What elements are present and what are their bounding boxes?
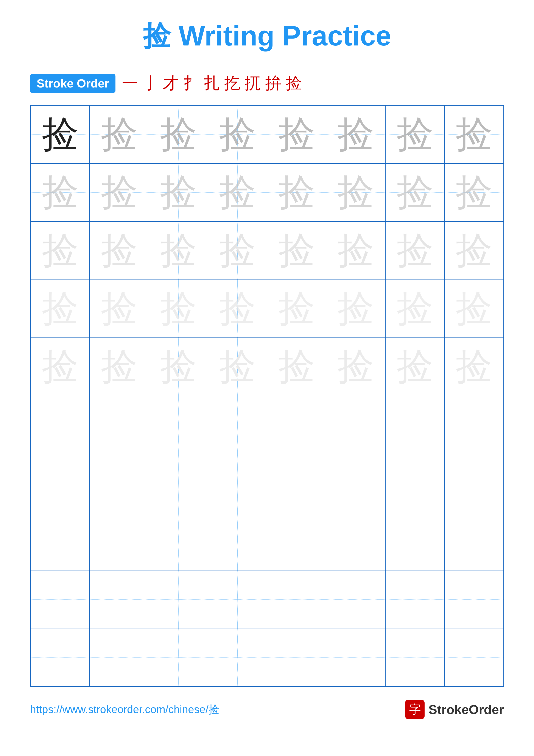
grid-cell[interactable]: 捡: [326, 338, 385, 396]
grid-cell[interactable]: [149, 512, 208, 570]
grid-cell[interactable]: [445, 396, 504, 454]
grid-cell[interactable]: 捡: [326, 105, 385, 164]
grid-cell[interactable]: 捡: [267, 222, 326, 280]
grid-cell[interactable]: 捡: [89, 280, 149, 338]
stroke-6: 扢: [224, 72, 241, 94]
grid-cell[interactable]: [385, 396, 445, 454]
grid-cell[interactable]: [445, 570, 504, 629]
grid-cell[interactable]: [326, 396, 385, 454]
grid-cell[interactable]: 捡: [208, 338, 267, 396]
grid-cell[interactable]: 捡: [89, 164, 149, 222]
grid-cell[interactable]: [385, 512, 445, 570]
practice-char: 捡: [160, 348, 197, 385]
grid-cell[interactable]: 捡: [31, 105, 90, 164]
practice-char: 捡: [337, 116, 374, 153]
grid-cell[interactable]: [385, 628, 445, 687]
stroke-7: 扤: [245, 72, 261, 94]
grid-cell[interactable]: 捡: [385, 280, 445, 338]
practice-char: 捡: [456, 116, 492, 153]
stroke-1: 一: [122, 72, 138, 94]
grid-cell[interactable]: [89, 396, 149, 454]
practice-char: 捡: [337, 290, 374, 327]
grid-cell[interactable]: 捡: [385, 222, 445, 280]
grid-cell[interactable]: [208, 396, 267, 454]
stroke-order-badge: Stroke Order: [30, 74, 115, 93]
grid-cell[interactable]: [208, 570, 267, 629]
grid-cell[interactable]: 捡: [445, 222, 504, 280]
grid-cell[interactable]: [385, 454, 445, 512]
stroke-5: 扎: [204, 72, 220, 94]
grid-cell[interactable]: 捡: [445, 338, 504, 396]
practice-char: 捡: [278, 116, 315, 153]
grid-cell[interactable]: [326, 512, 385, 570]
practice-char: 捡: [278, 232, 315, 269]
grid-cell[interactable]: [267, 454, 326, 512]
grid-cell[interactable]: [89, 628, 149, 687]
grid-cell[interactable]: [445, 628, 504, 687]
grid-cell[interactable]: 捡: [267, 338, 326, 396]
grid-cell[interactable]: [31, 454, 90, 512]
practice-char: 捡: [160, 174, 197, 211]
grid-cell[interactable]: 捡: [208, 164, 267, 222]
practice-char: 捡: [101, 174, 138, 211]
grid-cell[interactable]: 捡: [445, 280, 504, 338]
grid-cell[interactable]: 捡: [149, 222, 208, 280]
grid-cell[interactable]: 捡: [326, 164, 385, 222]
grid-cell[interactable]: [267, 628, 326, 687]
grid-cell[interactable]: 捡: [31, 222, 90, 280]
practice-char: 捡: [456, 348, 492, 385]
grid-cell[interactable]: [149, 628, 208, 687]
grid-cell[interactable]: [149, 396, 208, 454]
grid-cell[interactable]: [326, 570, 385, 629]
grid-cell[interactable]: 捡: [208, 280, 267, 338]
grid-cell[interactable]: 捡: [208, 105, 267, 164]
grid-cell[interactable]: 捡: [385, 338, 445, 396]
grid-cell[interactable]: [385, 570, 445, 629]
grid-cell[interactable]: 捡: [385, 105, 445, 164]
grid-cell[interactable]: 捡: [385, 164, 445, 222]
grid-cell[interactable]: [267, 570, 326, 629]
grid-cell[interactable]: [208, 454, 267, 512]
grid-cell[interactable]: 捡: [267, 105, 326, 164]
grid-cell[interactable]: [31, 628, 90, 687]
grid-cell[interactable]: 捡: [267, 280, 326, 338]
grid-cell[interactable]: [149, 570, 208, 629]
practice-char: 捡: [396, 232, 433, 269]
grid-cell[interactable]: 捡: [89, 222, 149, 280]
page: 捡 Writing Practice Stroke Order 一 亅 才 扌 …: [0, 0, 534, 756]
grid-cell[interactable]: [31, 396, 90, 454]
grid-cell[interactable]: 捡: [326, 222, 385, 280]
logo-text: StrokeOrder: [428, 702, 504, 717]
grid-cell[interactable]: [267, 396, 326, 454]
grid-cell[interactable]: 捡: [445, 164, 504, 222]
grid-cell[interactable]: 捡: [89, 105, 149, 164]
grid-cell[interactable]: 捡: [31, 338, 90, 396]
grid-cell[interactable]: [445, 454, 504, 512]
practice-char: 捡: [278, 290, 315, 327]
practice-char: 捡: [337, 232, 374, 269]
grid-cell[interactable]: 捡: [149, 105, 208, 164]
grid-cell[interactable]: [89, 570, 149, 629]
grid-cell[interactable]: [445, 512, 504, 570]
grid-cell[interactable]: 捡: [267, 164, 326, 222]
grid-cell[interactable]: 捡: [149, 280, 208, 338]
grid-cell[interactable]: 捡: [149, 164, 208, 222]
grid-cell[interactable]: 捡: [445, 105, 504, 164]
grid-cell[interactable]: [31, 570, 90, 629]
practice-char: 捡: [42, 116, 78, 153]
grid-cell[interactable]: [326, 628, 385, 687]
grid-cell[interactable]: 捡: [149, 338, 208, 396]
grid-cell[interactable]: [31, 512, 90, 570]
grid-cell[interactable]: [89, 454, 149, 512]
grid-cell[interactable]: [267, 512, 326, 570]
grid-cell[interactable]: 捡: [326, 280, 385, 338]
grid-cell[interactable]: 捡: [31, 164, 90, 222]
grid-cell[interactable]: 捡: [208, 222, 267, 280]
grid-cell[interactable]: [326, 454, 385, 512]
grid-cell[interactable]: [89, 512, 149, 570]
grid-cell[interactable]: 捡: [89, 338, 149, 396]
grid-cell[interactable]: [208, 512, 267, 570]
grid-cell[interactable]: 捡: [31, 280, 90, 338]
grid-cell[interactable]: [208, 628, 267, 687]
grid-cell[interactable]: [149, 454, 208, 512]
